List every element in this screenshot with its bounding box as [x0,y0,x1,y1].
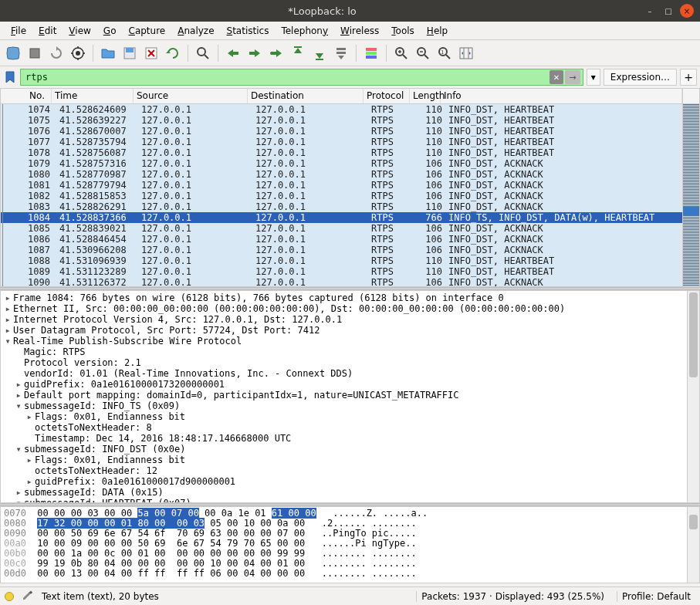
bytes-row[interactable]: 00d0 00 00 13 00 04 00 ff ff ff ff 06 00… [4,569,684,579]
packet-row[interactable]: 107441.528624609127.0.0.1127.0.0.1RTPS11… [1,104,682,115]
details-row[interactable]: vendorId: 01.01 (Real-Time Innovations, … [2,368,685,379]
menu-analyze[interactable]: Analyze [171,23,220,39]
details-row[interactable]: octetsToNextHeader: 8 [2,422,685,433]
tree-twisty-icon[interactable]: ▸ [24,411,35,422]
packet-row[interactable]: 109041.531126372127.0.0.1127.0.0.1RTPS10… [1,277,682,286]
menu-capture[interactable]: Capture [122,23,171,39]
tree-twisty-icon[interactable]: ▾ [13,444,24,455]
details-row[interactable]: Magic: RTPS [2,346,685,357]
details-row[interactable]: ▾submessageId: HEARTBEAT (0x07) [2,498,685,502]
packet-row[interactable]: 107541.528639227127.0.0.1127.0.0.1RTPS11… [1,115,682,126]
menu-telephony[interactable]: Telephony [275,23,334,39]
details-row[interactable]: Timestamp: Dec 14, 2016 18:48:17.1466680… [2,433,685,444]
packet-row[interactable]: 108541.528839021127.0.0.1127.0.0.1RTPS10… [1,223,682,234]
column-protocol[interactable]: Protocol [364,89,410,103]
details-row[interactable]: ▾submessageId: INFO_TS (0x09) [2,401,685,411]
zoom-reset-button[interactable]: 1 [435,43,455,63]
tree-twisty-icon[interactable]: ▸ [2,314,13,325]
details-row[interactable]: ▸guidPrefix: 0a1e01610000173200000001 [2,379,685,390]
edit-capture-comment-icon[interactable] [22,589,34,603]
reload-file-button[interactable] [163,43,183,63]
save-file-button[interactable] [120,43,140,63]
column-length[interactable]: Length [410,89,441,103]
window-maximize-button[interactable]: □ [661,4,675,18]
filter-expression-button[interactable]: Expression… [604,69,677,86]
stop-capture-button[interactable] [25,43,45,63]
column-no[interactable]: No. [1,89,52,103]
details-row[interactable]: octetsToNextHeader: 12 [2,465,685,476]
packet-row[interactable]: 108841.531096939127.0.0.1127.0.0.1RTPS11… [1,255,682,266]
packet-row[interactable]: 108141.528779794127.0.0.1127.0.0.1RTPS10… [1,180,682,191]
details-row[interactable]: ▾submessageId: INFO_DST (0x0e) [2,444,685,455]
packet-details-tree[interactable]: ▸Frame 1084: 766 bytes on wire (6128 bit… [1,291,687,502]
details-row[interactable]: ▸submessageId: DATA (0x15) [2,487,685,498]
details-row[interactable]: ▸Frame 1084: 766 bytes on wire (6128 bit… [2,292,685,303]
details-row[interactable]: ▸Flags: 0x01, Endianness bit [2,455,685,465]
details-row[interactable]: ▸guidPrefix: 0a1e0161000017d900000001 [2,476,685,487]
filter-bookmark-button[interactable] [3,69,17,85]
details-row[interactable]: Protocol version: 2.1 [2,357,685,368]
auto-scroll-button[interactable] [331,43,351,63]
colorize-button[interactable] [361,43,381,63]
packet-row[interactable]: 108441.528837366127.0.0.1127.0.0.1RTPS76… [1,212,682,223]
packet-list-body[interactable]: 107441.528624609127.0.0.1127.0.0.1RTPS11… [1,104,682,286]
packet-row[interactable]: 108241.528815853127.0.0.1127.0.0.1RTPS10… [1,191,682,201]
go-back-button[interactable] [223,43,243,63]
window-minimize-button[interactable]: – [643,4,657,18]
tree-twisty-icon[interactable]: ▸ [24,476,35,487]
bytes-scrollbar[interactable] [687,507,699,583]
menu-wireless[interactable]: Wireless [334,23,385,39]
goto-last-button[interactable] [309,43,330,63]
menu-go[interactable]: Go [97,23,123,39]
details-row[interactable]: ▸Ethernet II, Src: 00:00:00_00:00:00 (00… [2,303,685,314]
open-file-button[interactable] [98,43,118,63]
tree-twisty-icon[interactable]: ▸ [24,455,35,465]
tree-twisty-icon[interactable]: ▸ [13,487,24,498]
filter-clear-button[interactable]: ✕ [550,70,563,84]
packet-row[interactable]: 108941.531123289127.0.0.1127.0.0.1RTPS11… [1,266,682,277]
packet-row[interactable]: 107941.528757316127.0.0.1127.0.0.1RTPS10… [1,158,682,169]
packet-list-header[interactable]: No. Time Source Destination Protocol Len… [1,89,682,104]
column-destination[interactable]: Destination [248,89,364,103]
window-close-button[interactable]: × [680,4,694,18]
zoom-out-button[interactable] [413,43,433,63]
packet-list-minimap[interactable] [682,89,699,286]
menu-file[interactable]: File [5,23,32,39]
find-packet-button[interactable] [193,43,213,63]
details-row[interactable]: ▸Internet Protocol Version 4, Src: 127.0… [2,314,685,325]
column-time[interactable]: Time [52,89,134,103]
menu-help[interactable]: Help [421,23,454,39]
details-row[interactable]: ▸Flags: 0x01, Endianness bit [2,411,685,422]
packet-row[interactable]: 107841.528756087127.0.0.1127.0.0.1RTPS11… [1,147,682,158]
goto-first-button[interactable] [288,43,308,63]
filter-apply-button[interactable]: → [565,70,580,84]
expert-info-icon[interactable] [5,592,14,601]
tree-twisty-icon[interactable]: ▾ [2,336,13,346]
close-file-button[interactable] [141,43,161,63]
goto-packet-button[interactable] [266,43,286,63]
zoom-in-button[interactable] [391,43,411,63]
details-scrollbar[interactable] [687,291,699,502]
tree-twisty-icon[interactable]: ▸ [13,379,24,390]
details-row[interactable]: ▸Default port mapping: domainId=0, parti… [2,390,685,401]
tree-twisty-icon[interactable]: ▸ [2,303,13,314]
status-profile[interactable]: Profile: Default [617,591,695,602]
go-forward-button[interactable] [245,43,265,63]
details-row[interactable]: ▸User Datagram Protocol, Src Port: 57724… [2,325,685,336]
restart-capture-button[interactable] [46,43,66,63]
tree-twisty-icon[interactable]: ▸ [2,325,13,336]
tree-twisty-icon[interactable]: ▾ [13,498,24,502]
resize-columns-button[interactable] [456,43,476,63]
packet-row[interactable]: 108641.528846454127.0.0.1127.0.0.1RTPS10… [1,234,682,245]
menu-edit[interactable]: Edit [32,23,63,39]
menu-tools[interactable]: Tools [385,23,421,39]
packet-row[interactable]: 108041.528770987127.0.0.1127.0.0.1RTPS10… [1,169,682,180]
tree-twisty-icon[interactable]: ▸ [2,292,13,303]
details-row[interactable]: ▾Real-Time Publish-Subscribe Wire Protoc… [2,336,685,346]
filter-add-button[interactable]: + [680,69,697,86]
packet-row[interactable]: 108341.528826291127.0.0.1127.0.0.1RTPS11… [1,201,682,212]
column-info[interactable]: Info [441,89,682,103]
filter-history-dropdown[interactable]: ▾ [587,69,600,86]
tree-twisty-icon[interactable]: ▸ [13,390,24,401]
packet-row[interactable]: 108741.530966208127.0.0.1127.0.0.1RTPS10… [1,245,682,255]
